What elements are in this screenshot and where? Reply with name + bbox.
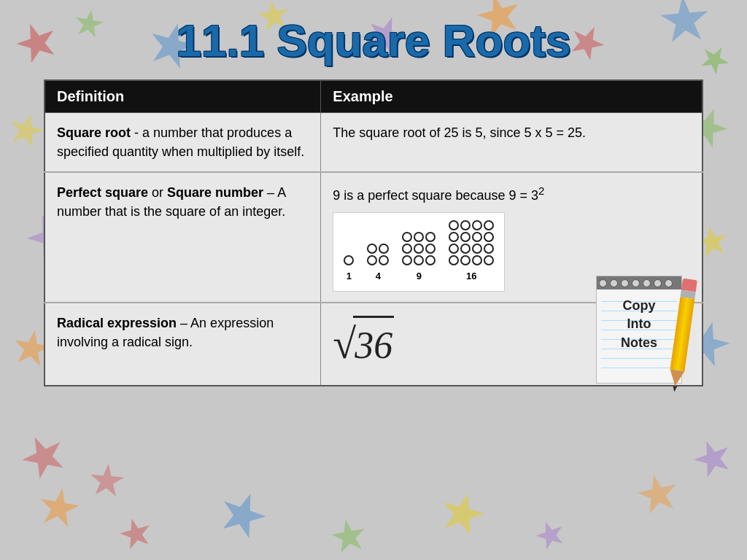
term-radical: Radical expression — [57, 316, 177, 330]
pencil-body — [670, 298, 695, 372]
col-header-definition: Definition — [44, 80, 321, 113]
dot — [414, 244, 424, 254]
dot — [402, 255, 412, 265]
dot — [460, 232, 471, 242]
notepad-line2: Into — [597, 315, 681, 333]
term-perfect-square: Perfect square — [57, 185, 148, 200]
square-label-9: 9 — [417, 270, 422, 284]
spiral-dot — [621, 279, 629, 287]
definition-cell-radical: Radical expression – An expression invol… — [44, 303, 321, 386]
dot — [414, 255, 424, 265]
pencil-tip — [667, 370, 684, 388]
table-row: Radical expression – An expression invol… — [44, 303, 703, 386]
term-square-number: Square number — [167, 185, 263, 200]
spiral-dot — [654, 279, 662, 287]
dot — [449, 244, 459, 254]
square-group-1: 1 — [344, 255, 354, 284]
dot — [379, 255, 389, 265]
pencil-point — [672, 386, 677, 392]
square-group-16: 16 — [449, 220, 494, 284]
dot — [472, 232, 482, 242]
notepad-line1: Copy — [597, 297, 681, 315]
square-label-4: 4 — [376, 270, 381, 284]
superscript-2: 2 — [538, 184, 544, 197]
dot — [425, 232, 436, 242]
spiral-dot — [599, 279, 607, 287]
dot — [425, 244, 436, 254]
spiral-dot — [665, 279, 673, 287]
dot-grid-4 — [367, 244, 389, 265]
spiral-dot — [632, 279, 640, 287]
dot — [472, 244, 482, 254]
notepad-spiral — [597, 276, 681, 289]
dot — [460, 255, 471, 265]
dot-grid-1 — [344, 255, 354, 265]
dot — [402, 244, 412, 254]
dot — [484, 255, 494, 265]
square-label-16: 16 — [466, 270, 476, 284]
dot — [414, 232, 424, 242]
page-title: 11.1 Square Roots — [44, 15, 703, 66]
example-cell-square-root: The square root of 25 is 5, since 5 x 5 … — [321, 113, 703, 173]
svg-text:★: ★ — [85, 455, 129, 507]
dot — [484, 244, 494, 254]
table-row: Square root - a number that produces a s… — [44, 113, 703, 173]
spiral-dot — [610, 279, 618, 287]
dot — [484, 232, 494, 242]
svg-text:★: ★ — [32, 475, 88, 539]
dot — [472, 220, 482, 230]
perfect-square-text: 9 is a perfect square because 9 = 32 — [333, 188, 544, 203]
dot — [449, 220, 459, 230]
notepad-container[interactable]: Copy Into Notes — [592, 276, 702, 392]
dot — [425, 255, 436, 265]
dot — [449, 255, 459, 265]
dot — [344, 255, 354, 265]
square-group-9: 9 — [402, 232, 436, 284]
dot — [402, 232, 412, 242]
definition-cell-perfect-square: Perfect square or Square number – A numb… — [44, 172, 321, 303]
square-label-1: 1 — [347, 270, 352, 284]
example-cell-radical: √36 — [321, 303, 703, 386]
dot — [460, 220, 471, 230]
square-group-4: 4 — [367, 244, 389, 284]
dot — [484, 220, 494, 230]
radical-expression: √36 — [333, 314, 394, 375]
page-content: 11.1 Square Roots Definition Example Squ… — [0, 0, 747, 401]
col-header-example: Example — [321, 80, 703, 113]
dot-grid-9 — [402, 232, 436, 265]
dot — [449, 232, 459, 242]
perfect-square-visual: 1 4 — [333, 212, 505, 292]
definitions-table: Definition Example Square root - a numbe… — [44, 79, 703, 386]
dot-grid-16 — [449, 220, 494, 265]
term-square-root: Square root — [57, 125, 131, 140]
dot — [472, 255, 482, 265]
definition-cell-square-root: Square root - a number that produces a s… — [44, 113, 321, 173]
spiral-dot — [643, 279, 651, 287]
dot — [367, 255, 377, 265]
dot — [460, 244, 471, 254]
dot — [379, 244, 389, 254]
dot — [367, 244, 377, 254]
